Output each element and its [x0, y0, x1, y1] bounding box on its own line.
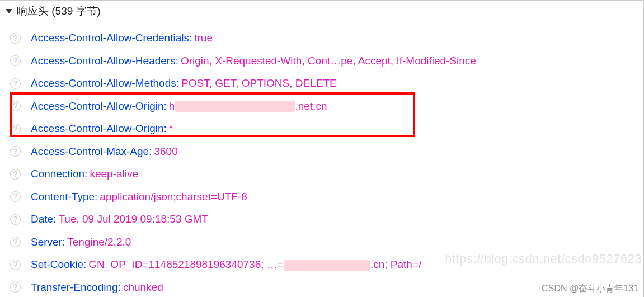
- header-value: h.net.cn: [169, 98, 327, 115]
- header-value: Tue, 09 Jul 2019 09:18:53 GMT: [58, 211, 208, 228]
- header-name: Access-Control-Allow-Headers:: [31, 53, 178, 69]
- value-prefix: GN_OP_ID=1148521898196340736; …=: [88, 258, 284, 270]
- header-value: chunked: [123, 280, 163, 296]
- header-name: Access-Control-Max-Age:: [31, 144, 152, 160]
- header-value: keep-alive: [90, 166, 138, 182]
- value-prefix: h: [169, 100, 175, 112]
- header-value: *: [169, 121, 173, 137]
- header-row: ? Access-Control-Allow-Headers: Origin, …: [0, 50, 643, 73]
- header-row: ? Date: Tue, 09 Jul 2019 09:18:53 GMT: [0, 208, 643, 231]
- header-value: Origin, X-Requested-With, Cont…pe, Accep…: [181, 53, 476, 69]
- value-suffix: .net.cn: [295, 100, 327, 112]
- header-row: ? Connection: keep-alive: [0, 163, 643, 186]
- help-icon[interactable]: ?: [10, 191, 21, 202]
- header-name: Access-Control-Allow-Origin:: [31, 98, 167, 115]
- header-value: Tengine/2.2.0: [67, 234, 131, 251]
- header-name: Access-Control-Allow-Credentials:: [31, 30, 192, 46]
- header-value: true: [194, 30, 213, 46]
- header-value: application/json;charset=UTF-8: [100, 189, 247, 205]
- header-row: ? Server: Tengine/2.2.0: [0, 231, 643, 254]
- attribution-text: CSDN @奋斗小青年131: [542, 283, 638, 295]
- section-header[interactable]: 响应头 (539 字节): [0, 1, 643, 22]
- header-row: ? Access-Control-Allow-Methods: POST, GE…: [0, 72, 643, 95]
- header-row: ? Access-Control-Allow-Origin: h.net.cn: [0, 95, 643, 118]
- header-value: POST, GET, OPTIONS, DELETE: [181, 76, 337, 92]
- header-value: 3600: [154, 144, 177, 160]
- header-row: ? Access-Control-Allow-Origin: *: [0, 117, 643, 140]
- help-icon[interactable]: ?: [10, 237, 21, 247]
- header-row: ? Set-Cookie: GN_OP_ID=11485218981963407…: [0, 253, 643, 276]
- redacted-block: [175, 101, 295, 112]
- header-name: Set-Cookie:: [31, 257, 86, 273]
- help-icon[interactable]: ?: [10, 169, 21, 180]
- help-icon[interactable]: ?: [10, 260, 21, 270]
- redacted-block: [284, 260, 370, 271]
- header-value: GN_OP_ID=1148521898196340736; …=.cn; Pat…: [88, 257, 421, 273]
- help-icon[interactable]: ?: [10, 282, 21, 293]
- header-name: Date:: [31, 211, 56, 228]
- header-name: Access-Control-Allow-Origin:: [31, 121, 167, 137]
- header-name: Connection:: [31, 166, 87, 182]
- header-name: Transfer-Encoding:: [31, 280, 121, 296]
- value-suffix: .cn; Path=/: [370, 258, 421, 270]
- help-icon[interactable]: ?: [10, 124, 21, 134]
- header-row: ? Content-Type: application/json;charset…: [0, 186, 643, 209]
- header-row: ? Access-Control-Allow-Credentials: true: [0, 27, 643, 50]
- section-title: 响应头 (539 字节): [17, 4, 101, 18]
- header-name: Access-Control-Allow-Methods:: [31, 76, 179, 92]
- help-icon[interactable]: ?: [10, 33, 21, 44]
- collapse-triangle-icon: [6, 9, 12, 13]
- header-name: Content-Type:: [31, 189, 97, 205]
- help-icon[interactable]: ?: [10, 78, 21, 89]
- help-icon[interactable]: ?: [10, 146, 21, 157]
- response-headers-panel: 响应头 (539 字节) ? Access-Control-Allow-Cred…: [0, 0, 644, 297]
- help-icon[interactable]: ?: [10, 55, 21, 66]
- header-row: ? Access-Control-Max-Age: 3600: [0, 140, 643, 163]
- help-icon[interactable]: ?: [10, 214, 21, 225]
- header-name: Server:: [31, 234, 65, 251]
- help-icon[interactable]: ?: [10, 101, 21, 111]
- headers-list: ? Access-Control-Allow-Credentials: true…: [0, 22, 643, 297]
